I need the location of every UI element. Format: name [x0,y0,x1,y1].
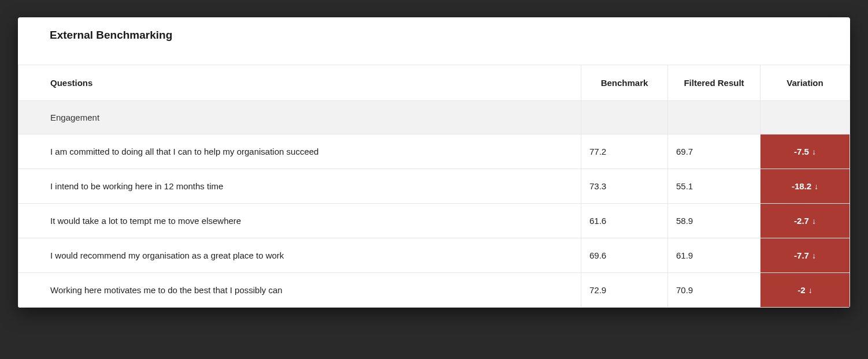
table-row: I would recommend my organisation as a g… [18,238,850,273]
question-cell: Working here motivates me to do the best… [18,273,581,308]
arrow-down-icon: ↓ [814,182,818,191]
variation-cell: -2.7↓ [761,204,850,238]
col-header-questions: Questions [18,65,581,101]
benchmark-cell: 77.2 [581,134,668,169]
table-row: I am committed to doing all that I can t… [18,134,850,169]
filtered-cell: 58.9 [668,204,761,238]
variation-cell: -18.2↓ [761,169,850,204]
question-cell: It would take a lot to tempt me to move … [18,204,581,238]
question-cell: I would recommend my organisation as a g… [18,238,581,273]
filtered-cell: 70.9 [668,273,761,308]
filtered-cell: 61.9 [668,238,761,273]
variation-cell: -7.7↓ [761,238,850,273]
arrow-down-icon: ↓ [808,286,813,295]
benchmarking-panel: External Benchmarking Questions Benchmar… [18,17,850,308]
variation-value: -2 [797,285,805,295]
question-cell: I intend to be working here in 12 months… [18,169,581,204]
variation-cell: -7.5↓ [761,134,850,169]
arrow-down-icon: ↓ [812,147,816,156]
variation-value: -2.7 [794,216,809,226]
benchmark-cell: 69.6 [581,238,668,273]
category-row: Engagement [18,101,850,134]
benchmark-table: Questions Benchmark Filtered Result Vari… [18,65,850,308]
table-row: It would take a lot to tempt me to move … [18,204,850,238]
arrow-down-icon: ↓ [812,216,816,226]
category-label: Engagement [18,101,581,134]
filtered-cell: 55.1 [668,169,761,204]
table-row: Working here motivates me to do the best… [18,273,850,308]
panel-title: External Benchmarking [18,17,850,65]
table-header-row: Questions Benchmark Filtered Result Vari… [18,65,850,101]
filtered-cell: 69.7 [668,134,761,169]
arrow-down-icon: ↓ [812,251,816,260]
col-header-benchmark: Benchmark [581,65,668,101]
variation-cell: -2↓ [761,273,850,308]
benchmark-cell: 72.9 [581,273,668,308]
table-row: I intend to be working here in 12 months… [18,169,850,204]
variation-value: -18.2 [792,181,811,191]
col-header-filtered: Filtered Result [668,65,761,101]
variation-value: -7.5 [794,147,809,156]
benchmark-cell: 73.3 [581,169,668,204]
col-header-variation: Variation [761,65,850,101]
question-cell: I am committed to doing all that I can t… [18,134,581,169]
benchmark-cell: 61.6 [581,204,668,238]
variation-value: -7.7 [794,250,809,260]
